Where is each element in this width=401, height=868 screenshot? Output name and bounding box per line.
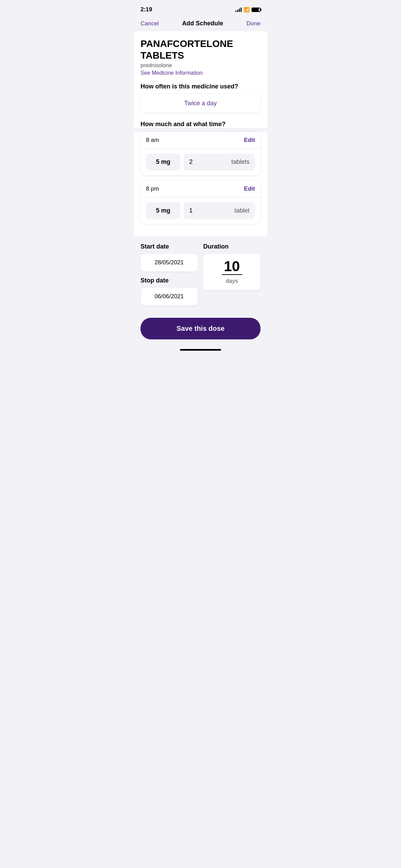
dose-quantity-box-1[interactable]: 2 tablets	[184, 154, 255, 170]
status-icons: 📶	[235, 7, 260, 12]
dose-time-1: 8 am	[146, 137, 159, 144]
date-duration-section: Start date 28/05/2021 Stop date 06/06/20…	[134, 236, 267, 312]
wifi-icon: 📶	[244, 7, 250, 12]
home-indicator	[134, 346, 267, 355]
duration-number: 10	[222, 259, 242, 275]
dose-time-row-1: 8 am Edit	[141, 132, 260, 149]
duration-unit: days	[226, 278, 238, 285]
date-column: Start date 28/05/2021 Stop date 06/06/20…	[141, 243, 198, 305]
cancel-button[interactable]: Cancel	[141, 20, 159, 27]
dose-qty-unit-1: tablets	[231, 158, 250, 166]
stop-date-field[interactable]: 06/06/2021	[141, 288, 198, 305]
frequency-question: How often is this medicine used?	[141, 83, 260, 90]
page-title: Add Schedule	[182, 20, 223, 27]
dose-sections: 8 am Edit 5 mg 2 tablets 8 pm Edit 5 mg …	[134, 132, 267, 236]
dose-amount-row-2: 5 mg 1 tablet	[141, 197, 260, 224]
dose-time-2: 8 pm	[146, 185, 159, 192]
save-button-container: Save this dose	[134, 312, 267, 346]
battery-icon	[252, 8, 260, 12]
dose-quantity-box-2[interactable]: 1 tablet	[184, 202, 255, 219]
dose-edit-btn-1[interactable]: Edit	[244, 137, 255, 144]
dose-section-2: 8 pm Edit 5 mg 1 tablet	[141, 181, 260, 224]
nav-bar: Cancel Add Schedule Done	[134, 17, 267, 31]
medicine-generic: prednisolone	[141, 62, 260, 69]
dose-qty-num-1: 2	[189, 158, 193, 166]
dose-qty-unit-2: tablet	[234, 207, 250, 214]
stop-date-label: Stop date	[141, 277, 198, 284]
start-date-field[interactable]: 28/05/2021	[141, 254, 198, 272]
dose-section-1: 8 am Edit 5 mg 2 tablets	[141, 132, 260, 175]
medicine-header: PANAFCORTELONE TABLETS prednisolone See …	[134, 31, 267, 128]
dose-amount-row-1: 5 mg 2 tablets	[141, 149, 260, 175]
frequency-selector[interactable]: Twice a day	[141, 94, 260, 112]
done-button[interactable]: Done	[246, 20, 260, 27]
medicine-info-link[interactable]: See Medicine Information	[141, 70, 260, 76]
signal-icon	[235, 7, 242, 12]
duration-box[interactable]: 10 days	[203, 254, 260, 290]
dose-qty-num-2: 1	[189, 207, 193, 214]
dose-strength-1[interactable]: 5 mg	[146, 154, 180, 170]
duration-label: Duration	[203, 243, 260, 250]
dose-strength-2[interactable]: 5 mg	[146, 202, 180, 219]
save-dose-button[interactable]: Save this dose	[141, 318, 260, 339]
status-time: 2:19	[141, 6, 152, 13]
dose-edit-btn-2[interactable]: Edit	[244, 185, 255, 192]
frequency-value: Twice a day	[184, 100, 217, 107]
dose-time-row-2: 8 pm Edit	[141, 181, 260, 197]
start-date-label: Start date	[141, 243, 198, 250]
status-bar: 2:19 📶	[134, 0, 267, 17]
medicine-name: PANAFCORTELONE TABLETS	[141, 38, 260, 61]
duration-column: Duration 10 days	[203, 243, 260, 305]
home-bar	[180, 349, 221, 351]
dose-question: How much and at what time?	[141, 121, 260, 128]
